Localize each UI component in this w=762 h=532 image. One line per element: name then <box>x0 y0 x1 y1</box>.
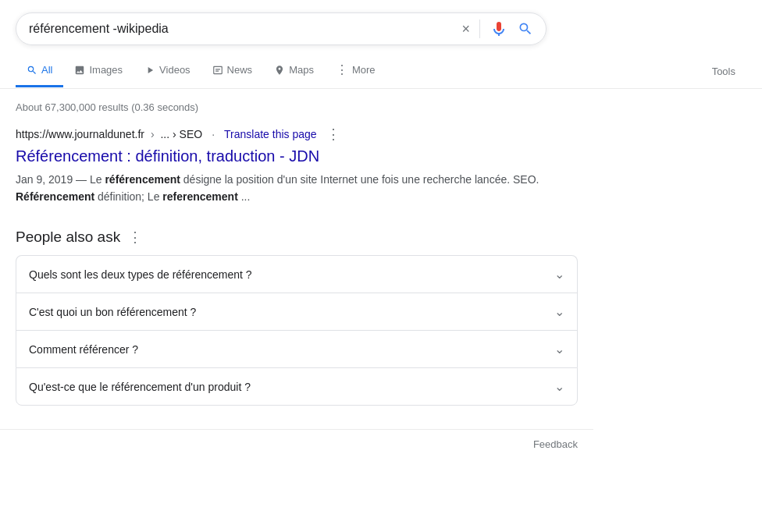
tabs-container: All Images Videos News Maps ⋮ More Tools <box>0 53 762 89</box>
paa-item-4[interactable]: Qu'est-ce que le référencement d'un prod… <box>16 367 578 406</box>
more-tab-icon: ⋮ <box>336 62 348 77</box>
paa-header: People also ask ⋮ <box>16 229 578 246</box>
feedback-link[interactable]: Feedback <box>533 438 578 450</box>
snippet-bold-2: Référencement <box>16 190 94 203</box>
result-url-separator: › <box>151 128 158 140</box>
tools-button[interactable]: Tools <box>701 56 746 87</box>
snippet-text-1: désigne la position d'un site Internet u… <box>180 173 539 186</box>
result-menu-dots[interactable]: ⋮ <box>326 126 340 143</box>
result-title[interactable]: Référencement : définition, traduction -… <box>16 146 578 166</box>
clear-icon[interactable]: × <box>461 21 470 37</box>
videos-tab-icon <box>144 65 155 76</box>
tab-maps-label: Maps <box>289 64 314 76</box>
paa-chevron-2: ⌄ <box>554 304 564 319</box>
result-snippet: Jan 9, 2019 — Le référencement désigne l… <box>16 171 578 205</box>
tab-maps[interactable]: Maps <box>263 55 325 87</box>
paa-chevron-4: ⌄ <box>554 379 564 394</box>
tab-all-label: All <box>41 64 52 76</box>
paa-question-3: Comment référencer ? <box>29 343 138 356</box>
snippet-date: Jan 9, 2019 — Le <box>16 173 105 186</box>
results-count: About 67,300,000 results (0.36 seconds) <box>16 101 578 113</box>
tab-videos[interactable]: Videos <box>134 55 201 87</box>
url-dot-separator: · <box>212 128 215 140</box>
paa-question-4: Qu'est-ce que le référencement d'un prod… <box>29 381 251 393</box>
tab-news[interactable]: News <box>201 55 264 87</box>
search-bar-container: × <box>0 0 762 45</box>
maps-tab-icon <box>274 65 285 76</box>
paa-menu-icon[interactable]: ⋮ <box>128 229 142 246</box>
tab-more-label: More <box>352 64 376 76</box>
search-input[interactable] <box>29 22 461 36</box>
search-result: https://www.journaldunet.fr › ... › SEO … <box>16 126 578 205</box>
paa-item-3[interactable]: Comment référencer ? ⌄ <box>16 330 578 367</box>
tab-all[interactable]: All <box>16 55 63 87</box>
all-tab-icon <box>27 65 37 76</box>
feedback-container: Feedback <box>0 429 593 458</box>
vertical-divider <box>479 20 480 38</box>
tab-images-label: Images <box>89 64 123 76</box>
snippet-text-3: ... <box>238 190 251 203</box>
paa-item-1[interactable]: Quels sont les deux types de référenceme… <box>16 255 578 293</box>
result-url: https://www.journaldunet.fr › ... › SEO <box>16 128 202 140</box>
paa-heading: People also ask <box>16 229 120 246</box>
translate-link[interactable]: Translate this page <box>224 128 317 140</box>
paa-chevron-1: ⌄ <box>554 267 564 282</box>
main-content: About 67,300,000 results (0.36 seconds) … <box>0 89 593 421</box>
people-also-ask: People also ask ⋮ Quels sont les deux ty… <box>16 229 578 406</box>
result-url-base: https://www.journaldunet.fr <box>16 128 144 140</box>
tab-videos-label: Videos <box>159 64 190 76</box>
paa-chevron-3: ⌄ <box>554 342 564 356</box>
result-url-path: ... › SEO <box>160 128 202 140</box>
news-tab-icon <box>212 65 223 76</box>
tabs-right: Tools <box>701 65 746 77</box>
snippet-bold-3: referencement <box>162 190 238 203</box>
tab-images[interactable]: Images <box>63 55 134 87</box>
search-icon[interactable] <box>518 21 533 37</box>
search-bar: × <box>16 12 547 45</box>
snippet-bold-1: référencement <box>105 173 180 186</box>
paa-question-1: Quels sont les deux types de référenceme… <box>29 268 252 281</box>
paa-item-2[interactable]: C'est quoi un bon référencement ? ⌄ <box>16 293 578 330</box>
mic-icon[interactable] <box>490 20 508 38</box>
paa-question-2: C'est quoi un bon référencement ? <box>29 306 196 318</box>
search-icons: × <box>461 20 533 38</box>
tab-news-label: News <box>227 64 253 76</box>
snippet-text-2: définition; Le <box>94 190 162 203</box>
tab-more[interactable]: ⋮ More <box>325 53 386 89</box>
images-tab-icon <box>74 65 85 76</box>
result-url-line: https://www.journaldunet.fr › ... › SEO … <box>16 126 578 143</box>
